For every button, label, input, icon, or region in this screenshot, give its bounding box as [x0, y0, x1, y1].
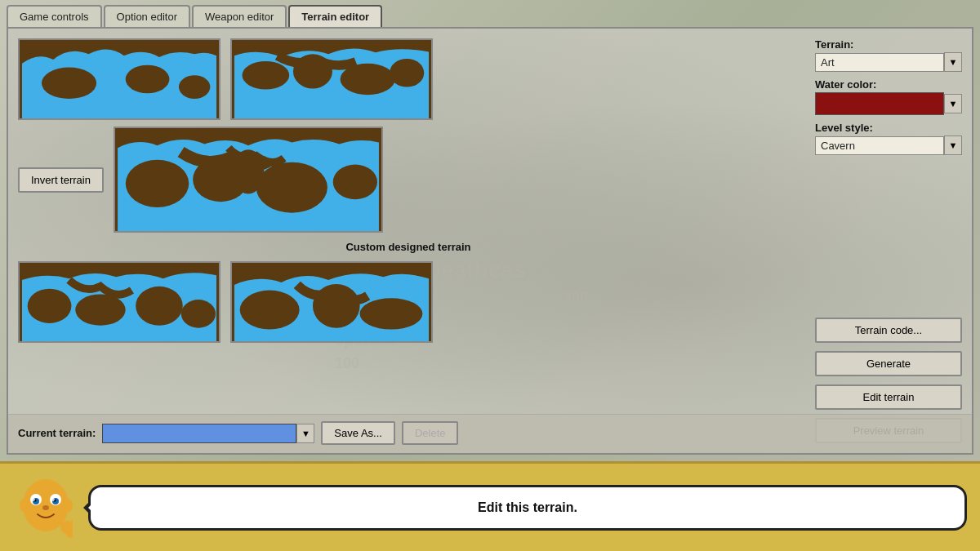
svg-point-33	[63, 499, 73, 512]
terrain-preview-4	[230, 261, 433, 343]
level-style-dropdown-arrow[interactable]: ▼	[944, 136, 962, 155]
water-color-label: Water color:	[815, 78, 962, 91]
svg-point-31	[42, 505, 49, 510]
delete-button: Delete	[402, 421, 459, 445]
level-style-label: Level style:	[815, 122, 962, 134]
tab-game-controls[interactable]: Game controls	[7, 5, 102, 27]
terrain-svg-1	[20, 40, 219, 118]
svg-point-23	[360, 298, 423, 329]
speech-text: Edit this terrain.	[478, 500, 577, 515]
app-window: Game controls Option editor Weapon edito…	[0, 0, 980, 551]
terrain-field-group: Terrain: Art ▼	[815, 38, 962, 72]
svg-point-10	[126, 160, 189, 207]
terrain-field-label: Terrain:	[815, 38, 962, 51]
edit-terrain-button[interactable]: Edit terrain	[815, 384, 962, 410]
terrain-preview-large	[114, 127, 383, 233]
terrain-dropdown-row: Art ▼	[815, 52, 962, 72]
svg-point-3	[179, 75, 210, 99]
save-as-button[interactable]: Save As...	[321, 421, 395, 445]
character-icon	[20, 477, 73, 538]
water-color-row: ▼	[815, 92, 962, 115]
svg-point-1	[42, 68, 96, 99]
speech-section: Edit this terrain.	[0, 461, 980, 551]
right-panel: Terrain: Art ▼ Water color: ▼ Level styl…	[808, 29, 972, 453]
svg-point-35	[51, 498, 55, 501]
main-panel: Wo Deathcas 100 epblade 100	[7, 27, 973, 455]
svg-point-19	[181, 300, 216, 328]
water-color-swatch[interactable]	[815, 92, 944, 115]
level-style-group: Level style: Cavern ▼	[815, 122, 962, 155]
current-terrain-dropdown-arrow[interactable]: ▼	[296, 424, 314, 443]
tab-option-editor[interactable]: Option editor	[104, 5, 190, 27]
water-color-group: Water color: ▼	[815, 78, 962, 115]
bottom-terrain-row	[18, 261, 799, 343]
terrain-dropdown-arrow[interactable]: ▼	[944, 52, 962, 72]
svg-point-18	[136, 287, 183, 326]
invert-terrain-button[interactable]: Invert terrain	[18, 167, 104, 193]
water-color-dropdown-arrow[interactable]: ▼	[944, 94, 962, 113]
middle-terrain-row: Invert terrain	[18, 127, 799, 233]
svg-point-5	[243, 61, 290, 90]
terrain-svg-2	[232, 40, 431, 118]
tabs-row: Game controls Option editor Weapon edito…	[0, 0, 980, 27]
terrain-svg-4	[232, 263, 431, 341]
svg-point-14	[233, 149, 265, 193]
current-terrain-input-row: ▼	[102, 424, 314, 443]
custom-terrain-label: Custom designed terrain	[18, 241, 799, 253]
svg-point-17	[75, 294, 125, 325]
current-terrain-input[interactable]	[102, 424, 296, 443]
svg-point-13	[333, 165, 377, 200]
terrain-preview-1	[18, 38, 220, 120]
terrain-preview-3	[18, 261, 220, 343]
level-style-dropdown-input[interactable]: Cavern	[815, 136, 944, 155]
bottom-bar: Current terrain: ▼ Save As... Delete	[8, 414, 972, 453]
svg-point-21	[240, 291, 300, 330]
svg-point-34	[32, 498, 35, 501]
svg-point-2	[126, 65, 170, 94]
generate-button[interactable]: Generate	[815, 351, 962, 376]
svg-point-8	[390, 59, 424, 87]
current-terrain-label: Current terrain:	[18, 427, 96, 439]
terrain-code-button[interactable]: Terrain code...	[815, 318, 962, 343]
level-style-dropdown-row: Cavern ▼	[815, 136, 962, 155]
terrain-svg-3	[20, 263, 219, 341]
terrain-preview-2	[230, 38, 433, 120]
tab-terrain-editor[interactable]: Terrain editor	[288, 5, 382, 27]
character-area	[13, 477, 78, 538]
svg-point-16	[28, 289, 72, 323]
speech-bubble: Edit this terrain.	[88, 485, 967, 531]
terrain-svg-large	[115, 128, 381, 231]
top-terrain-row	[18, 38, 799, 120]
svg-point-12	[256, 162, 327, 213]
tab-weapon-editor[interactable]: Weapon editor	[192, 5, 287, 27]
terrain-dropdown-input[interactable]: Art	[815, 53, 944, 72]
svg-point-32	[20, 499, 29, 512]
terrain-section: Invert terrain Custom	[8, 29, 808, 453]
